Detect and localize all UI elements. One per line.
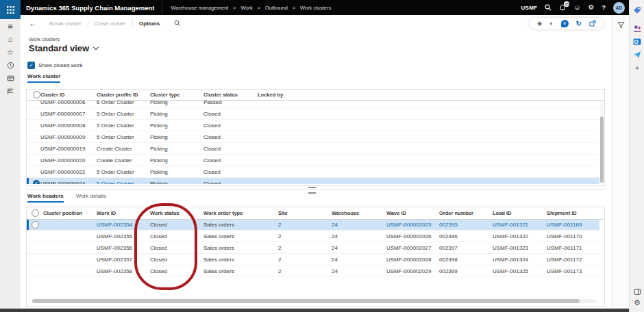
column-header[interactable]: Wave ID xyxy=(386,210,439,216)
column-header[interactable]: Work status xyxy=(150,210,203,216)
break-cluster-button[interactable]: Break cluster xyxy=(43,21,88,27)
table-row[interactable]: ✓USMF-0000000245 Order ClusterPickingClo… xyxy=(27,178,599,184)
scrollbar-thumb[interactable] xyxy=(32,299,580,303)
outlook-icon[interactable] xyxy=(633,37,641,46)
feedback-smiley-icon[interactable]: ☺ xyxy=(573,4,580,11)
cell-load-id: USMF-001325 xyxy=(493,268,547,274)
options-button[interactable]: Options xyxy=(133,21,166,27)
edge-sidebar: + ⚙ xyxy=(629,0,644,312)
grid-rows: USMF-002354ClosedSales orders224USMF-000… xyxy=(27,219,599,290)
column-header[interactable]: Locked by xyxy=(258,92,604,98)
column-header[interactable]: Cluster status xyxy=(203,92,258,98)
cell-cluster-type: Picking xyxy=(150,146,203,152)
back-arrow-icon[interactable]: ← xyxy=(29,18,37,28)
shopping-tag-icon[interactable] xyxy=(633,5,641,14)
column-header[interactable]: Site xyxy=(278,210,332,216)
breadcrumb-item[interactable]: Work clusters xyxy=(300,5,331,11)
table-row[interactable]: USMF-002357ClosedSales orders224USMF-000… xyxy=(27,254,599,265)
column-header[interactable]: Shipment ID xyxy=(547,210,604,216)
show-closed-work-checkbox[interactable]: ✓ Show closed work xyxy=(27,62,82,69)
selected-check-icon: ✓ xyxy=(33,180,40,184)
modules-icon[interactable] xyxy=(7,73,14,83)
cell-work-order-type: Sales orders xyxy=(203,257,278,263)
actionbar-search-icon[interactable] xyxy=(174,20,181,27)
table-row[interactable]: USMF-000000019Create ClusterPickingClose… xyxy=(27,143,599,155)
column-header[interactable]: Work ID xyxy=(97,210,150,216)
cell-shipment-id[interactable]: USMF-001169 xyxy=(547,222,599,228)
cell-work-id[interactable]: USMF-002354 xyxy=(97,222,150,228)
table-row[interactable]: USMF-000000020Create ClusterPickingClose… xyxy=(27,155,599,166)
open-in-new-window-icon[interactable] xyxy=(589,20,596,27)
task-recorder-icon[interactable]: ◐ xyxy=(549,21,553,27)
column-header[interactable]: Work order type xyxy=(203,210,278,216)
splitter-handle[interactable] xyxy=(308,187,316,194)
table-row[interactable]: USMF-002356ClosedSales orders224USMF-000… xyxy=(27,242,599,254)
breadcrumb-item[interactable]: Warehouse management xyxy=(171,5,228,11)
scrollbar-thumb[interactable] xyxy=(600,116,604,183)
cell-site[interactable]: 2 xyxy=(278,222,332,228)
clock-icon[interactable] xyxy=(7,60,14,70)
workspaces-icon[interactable] xyxy=(7,86,14,96)
cell-order-number[interactable]: 002395 xyxy=(439,222,493,228)
send-icon[interactable] xyxy=(633,50,641,59)
column-header[interactable]: Cluster profile ID xyxy=(97,92,150,98)
column-header[interactable]: Warehouse xyxy=(332,210,386,216)
cell-warehouse[interactable]: 24 xyxy=(332,222,386,228)
tab-work-headers[interactable]: Work headers xyxy=(27,193,64,203)
select-all-cell[interactable] xyxy=(27,91,40,99)
table-row[interactable]: USMF-0000000095 Order ClusterPickingClos… xyxy=(27,131,599,143)
search-icon[interactable] xyxy=(545,4,552,11)
table-row[interactable]: USMF-0000000225 Order ClusterPickingClos… xyxy=(27,166,599,178)
menu-icon[interactable]: ≡ xyxy=(8,21,13,31)
power-apps-icon[interactable]: ◈ xyxy=(537,21,542,27)
table-row[interactable]: USMF-002358ClosedSales orders224USMF-000… xyxy=(27,265,599,277)
horizontal-scrollbar[interactable] xyxy=(32,299,596,303)
avatar[interactable]: AD xyxy=(613,2,625,14)
app-launcher-button[interactable] xyxy=(0,0,21,19)
cell-cluster-id: USMF-000000022 xyxy=(40,169,97,175)
row-select-cell[interactable]: ✓ xyxy=(27,180,40,184)
help-icon[interactable]: ? xyxy=(602,4,606,11)
checkbox-label: Show closed work xyxy=(38,62,82,68)
breadcrumb-item[interactable]: Work xyxy=(240,5,252,11)
notifications-bell-icon[interactable]: 15 xyxy=(559,4,566,12)
cell-cluster-type: Picking xyxy=(150,111,203,117)
column-header[interactable]: Load ID xyxy=(493,210,547,216)
cell-load-id[interactable]: USMF-001321 xyxy=(493,222,547,228)
right-gutter xyxy=(612,15,630,309)
select-all-cell[interactable] xyxy=(27,209,43,217)
message-center-icon[interactable]: 0 xyxy=(561,20,569,27)
column-header[interactable]: Cluster type xyxy=(150,92,203,98)
company-picker[interactable]: USMF xyxy=(521,5,537,11)
breadcrumb-separator-icon: > xyxy=(258,5,260,10)
table-row[interactable]: USMF-0000000075 Order ClusterPickingClos… xyxy=(27,108,599,120)
row-select-cell[interactable] xyxy=(27,221,43,229)
star-icon[interactable]: ☆ xyxy=(7,47,14,57)
cell-cluster-profile-id[interactable]: 5 Order Cluster xyxy=(97,181,150,185)
sidebar-settings-gear-icon[interactable]: ⚙ xyxy=(634,299,641,307)
table-row[interactable]: USMF-002355ClosedSales orders224USMF-000… xyxy=(27,231,599,242)
home-icon[interactable]: ⌂ xyxy=(8,34,13,44)
column-header[interactable]: Order number xyxy=(439,210,493,216)
table-row[interactable]: USMF-002354ClosedSales orders224USMF-000… xyxy=(27,219,599,231)
people-icon[interactable] xyxy=(633,24,641,33)
filter-funnel-icon[interactable] xyxy=(617,19,625,27)
column-header[interactable]: Cluster position xyxy=(43,210,97,216)
breadcrumb-item[interactable]: Outbound xyxy=(265,5,288,11)
cell-wave-id: USMF-000002027 xyxy=(386,245,439,251)
close-cluster-button[interactable]: Close cluster xyxy=(88,21,132,27)
add-sidebar-item-icon[interactable]: + xyxy=(635,63,639,72)
table-row[interactable]: USMF-0000000066 Order ClusterPickingPass… xyxy=(27,100,599,108)
tab-work-details[interactable]: Work details xyxy=(76,193,106,203)
page-title[interactable]: Standard view xyxy=(29,43,98,53)
table-row[interactable]: USMF-0000000085 Order ClusterPickingClos… xyxy=(27,120,599,131)
refresh-icon[interactable]: ↻ xyxy=(576,21,582,27)
vertical-scrollbar[interactable] xyxy=(600,101,604,183)
sidebar-panel-icon[interactable] xyxy=(634,287,641,296)
product-title[interactable]: Dynamics 365 Supply Chain Management xyxy=(26,4,154,12)
cell-wave-id[interactable]: USMF-000002025 xyxy=(386,222,439,228)
tab-work-cluster[interactable]: Work cluster xyxy=(27,73,60,83)
column-header[interactable]: Cluster ID xyxy=(40,92,97,98)
cell-cluster-profile-id: 5 Order Cluster xyxy=(97,111,150,117)
settings-gear-icon[interactable]: ⚙ xyxy=(589,4,595,11)
